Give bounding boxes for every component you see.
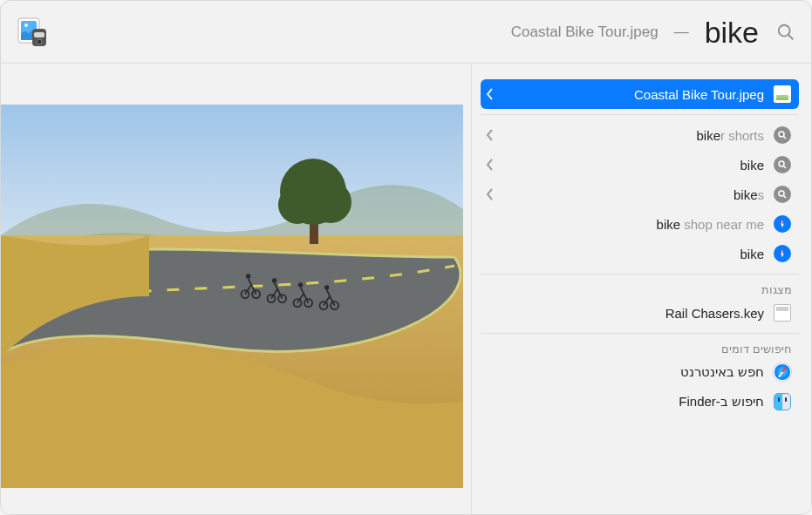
- result-suggestion[interactable]: bikes: [481, 180, 799, 209]
- result-label: biker shorts: [696, 128, 764, 143]
- result-top-hit[interactable]: Coastal Bike Tour.jpeg: [481, 79, 799, 109]
- result-presentation[interactable]: Rail Chasers.key: [481, 298, 799, 328]
- safari-app-icon: [773, 363, 792, 382]
- svg-point-6: [779, 24, 790, 36]
- file-image-icon: [773, 85, 792, 104]
- result-suggestion[interactable]: bike shop near me: [481, 209, 799, 239]
- result-label: חיפוש ב-Finder: [679, 394, 764, 410]
- magnify-icon: [773, 185, 792, 204]
- divider: [481, 333, 799, 334]
- preview-app-icon: [17, 15, 51, 50]
- chevron-left-icon: [486, 88, 495, 100]
- svg-point-18: [298, 282, 303, 287]
- result-label: bike shop near me: [657, 217, 764, 232]
- magnify-icon: [773, 125, 792, 145]
- safari-icon: [773, 214, 792, 234]
- window-title-filename: Coastal Bike Tour.jpeg: [511, 24, 658, 41]
- preview-image: [1, 105, 463, 488]
- svg-point-12: [246, 274, 250, 278]
- result-label: bike: [740, 247, 764, 261]
- magnify-icon: [773, 155, 792, 174]
- result-suggestion[interactable]: bike: [481, 239, 799, 268]
- section-label-presentations: מצגות: [481, 280, 799, 298]
- svg-point-21: [324, 285, 329, 289]
- svg-rect-4: [34, 32, 44, 37]
- svg-point-15: [272, 278, 276, 282]
- spotlight-window: Coastal Bike Tour.jpeg — bike: [0, 0, 812, 515]
- result-search-finder[interactable]: חיפוש ב-Finder: [481, 387, 799, 417]
- result-label: Coastal Bike Tour.jpeg: [634, 87, 764, 102]
- result-suggestion[interactable]: bike: [481, 150, 799, 180]
- chevron-left-icon: [486, 188, 495, 200]
- svg-point-25: [310, 181, 351, 223]
- finder-app-icon: [773, 392, 792, 411]
- keynote-file-icon: [773, 303, 792, 322]
- chevron-left-icon: [486, 159, 495, 171]
- preview-pane: [1, 64, 472, 514]
- result-label: bikes: [734, 187, 764, 202]
- section-label-similar-searches: חיפושים דומים: [481, 339, 799, 357]
- svg-line-29: [783, 166, 786, 168]
- result-search-web[interactable]: חפש באינטרנט: [481, 357, 799, 387]
- divider: [481, 114, 799, 115]
- search-query-text[interactable]: bike: [705, 17, 759, 47]
- divider: [481, 274, 799, 274]
- svg-line-27: [783, 136, 786, 139]
- result-suggestion[interactable]: biker shorts: [481, 120, 799, 150]
- result-label: bike: [740, 158, 764, 173]
- result-label: Rail Chasers.key: [665, 306, 764, 321]
- results-sidebar: Coastal Bike Tour.jpeg biker shorts: [472, 64, 811, 514]
- svg-point-2: [24, 24, 28, 27]
- chevron-left-icon: [486, 129, 495, 141]
- svg-line-31: [783, 195, 786, 198]
- svg-point-5: [37, 39, 42, 44]
- safari-icon: [773, 244, 792, 263]
- result-label: חפש באינטרנט: [680, 364, 764, 380]
- search-icon[interactable]: [776, 23, 795, 42]
- svg-line-7: [788, 34, 794, 39]
- topbar: Coastal Bike Tour.jpeg — bike: [1, 1, 811, 64]
- window-title-separator: —: [674, 24, 689, 41]
